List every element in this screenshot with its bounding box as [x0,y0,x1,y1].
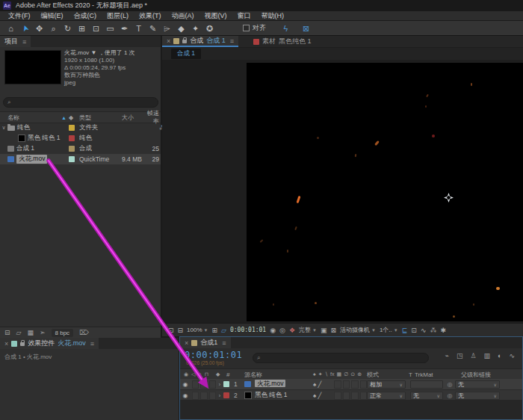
camera-tool-icon[interactable]: ⊞ [75,22,88,35]
layer-visibility-icon[interactable]: ◉ [180,392,191,399]
view-layout-select[interactable]: 1个..▼ [380,326,398,334]
layer-expander-icon[interactable]: › [216,393,223,398]
composition-canvas[interactable] [247,63,523,321]
transparency-grid-icon[interactable]: ⊠ [330,327,336,334]
layer-switch-box[interactable] [360,380,368,389]
layer-visibility-icon[interactable]: ◉ [180,381,191,388]
tab-composition[interactable]: × 合成 合成 1 ≡ [162,36,238,47]
shape-tool-icon[interactable]: ▭ [104,22,117,35]
project-item-row[interactable]: ∨纯色文件夹⁂ [0,123,161,133]
menu-item[interactable]: 图层(L) [102,11,134,21]
hand-tool-icon[interactable]: ✥ [33,22,46,35]
mask-visibility-icon[interactable]: ▱ [221,327,226,334]
layer-switch-box[interactable] [351,392,359,400]
panel-menu-icon[interactable]: ≡ [230,37,234,45]
layer-row[interactable]: ◉›1火花.mov♠ ╱相加∨◎无∨ [180,379,522,390]
label-color-chip[interactable] [69,146,75,152]
graph-editor-icon[interactable]: ∿ [509,352,515,359]
layer-label-chip[interactable] [223,381,229,387]
trkmat-select[interactable]: 无∨ [410,392,443,400]
parent-pickwhip-icon[interactable]: ◎ [445,381,455,388]
menu-item[interactable]: 合成(C) [69,11,102,21]
column-trkmat[interactable]: TrkMat [415,371,451,378]
clone-stamp-tool-icon[interactable]: ⌲ [161,22,173,35]
layer-quality-icons[interactable]: ♠ ╱ [313,392,334,399]
tab-effect-controls[interactable]: × 效果控件 火花.mov ≡ [0,338,99,349]
zoom-tool-icon[interactable]: ⌕ [47,22,60,35]
layer-switch-box[interactable] [209,380,216,389]
orbit-camera-tool-icon[interactable]: ↻ [61,22,74,35]
timeline-search[interactable]: ⌕ [253,353,429,363]
layer-switch-box[interactable] [334,392,341,400]
layer-switch-box[interactable] [200,380,207,389]
flowchart-icon[interactable]: ⁂ [430,327,436,334]
fast-previews-icon[interactable]: ✱ [440,327,446,334]
project-search-input[interactable] [13,99,154,106]
label-color-chip[interactable] [69,125,75,131]
layer-switch-box[interactable] [351,380,359,389]
panel-menu-icon[interactable]: ≡ [22,38,26,46]
label-color-chip[interactable] [69,156,75,162]
layer-name[interactable]: 黑色 纯色 1 [255,391,313,400]
show-snapshot-icon[interactable]: ◎ [279,327,285,334]
brush-tool-icon[interactable]: ✎ [146,22,159,35]
close-icon[interactable]: × [4,340,8,348]
new-composition-icon[interactable]: ▦ [27,329,34,336]
snap-toggle[interactable]: 对齐 [243,23,266,33]
layer-label-chip[interactable] [223,392,229,398]
tab-timeline-comp[interactable]: × 合成1 ≡ [180,337,231,348]
motion-blur-icon[interactable]: ◐ [498,352,501,359]
snap-checkbox[interactable] [243,25,250,31]
tab-footage[interactable]: 素材 黑色纯色 1 [249,36,316,47]
panel-menu-icon[interactable]: ≡ [90,340,94,348]
close-icon[interactable]: × [185,339,188,347]
label-color-chip[interactable] [69,135,75,141]
magnification-select[interactable]: 100%▼ [187,327,208,333]
type-tool-icon[interactable]: T [132,22,145,35]
parent-select[interactable]: 无∨ [455,392,500,400]
menu-item[interactable]: 编辑(E) [36,11,69,21]
show-channel-icon[interactable]: ❖ [289,327,295,334]
layer-switch-box[interactable] [360,392,368,400]
pan-behind-tool-icon[interactable]: ⊡ [90,22,102,35]
menu-item[interactable]: 文件(F) [3,11,36,21]
frame-blending-icon[interactable]: ▥ [484,352,491,359]
layer-switch-box[interactable] [200,392,207,400]
column-source-name[interactable]: 源名称 [244,371,313,379]
roto-brush-tool-icon[interactable]: ✦ [189,22,202,35]
puppet-pin-tool-icon[interactable]: ✪ [203,22,216,35]
expander-icon[interactable]: ∨ [0,125,7,131]
layer-name[interactable]: 火花.mov [255,380,313,389]
viewer-timecode[interactable]: 0:00:01:01 [230,327,266,333]
grid-guides-icon[interactable]: ⊞ [212,327,218,334]
layer-expander-icon[interactable]: › [216,382,223,387]
layer-switch-box[interactable] [343,392,350,400]
bit-depth-button[interactable]: 8 bpc [52,329,74,337]
always-preview-icon[interactable]: ⊡ [168,327,174,334]
lock-icon[interactable] [182,40,187,43]
new-folder-icon[interactable]: ▱ [16,329,22,336]
workspace-icon[interactable]: ⊠ [300,22,312,35]
project-flowchart-icon[interactable]: ➣ [40,329,46,336]
primary-viewer-icon[interactable]: ⊟ [178,327,184,334]
resolution-select[interactable]: 完整▼ [299,326,317,334]
selection-tool-icon[interactable]: ➤ [19,22,31,35]
menu-item[interactable]: 窗口 [232,11,256,21]
project-search[interactable]: ⌕ [3,97,158,108]
layer-switch-box[interactable] [192,392,199,400]
current-time-display[interactable]: 0:00:01:01 [185,350,242,360]
parent-select[interactable]: 无∨ [455,380,500,389]
interpret-footage-icon[interactable]: ⊟ [4,329,10,336]
column-mode[interactable]: 模式 [367,371,409,379]
layer-switch-box[interactable] [209,392,216,400]
menu-item[interactable]: 视图(V) [199,11,232,21]
parent-pickwhip-icon[interactable]: ◎ [445,392,455,399]
menu-item[interactable]: 动画(A) [167,11,199,21]
exposure-icon[interactable]: ∿ [421,327,427,334]
layer-switch-box[interactable] [343,380,350,389]
mode-select[interactable]: 相加∨ [367,380,406,389]
project-item-row[interactable]: 黑色 纯色 1纯色 [0,133,161,143]
project-item-row[interactable]: 火花.movQuickTime9.4 MB29 [0,154,161,164]
mode-select[interactable]: 正常∨ [367,392,406,400]
timeline-search-input[interactable] [262,355,424,362]
